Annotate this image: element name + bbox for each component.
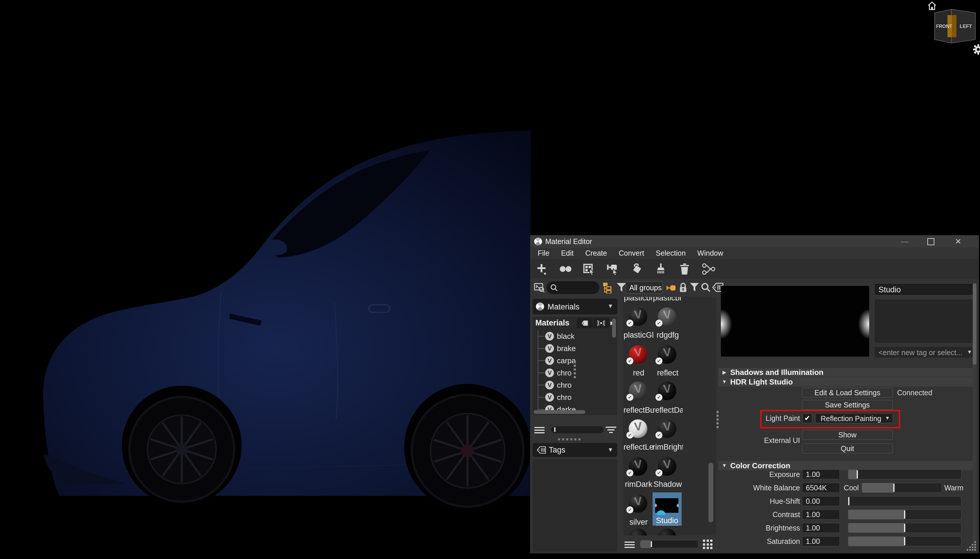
material-thumbnail[interactable]: V✔	[629, 494, 647, 513]
saturation-value[interactable]: 1.00	[802, 536, 840, 546]
grid-view-icon[interactable]	[703, 539, 713, 549]
show-external-ui-button[interactable]: Show	[802, 430, 893, 440]
tree-item[interactable]: Vchro	[534, 391, 613, 404]
materials-scope-select[interactable]: Materials ▼	[532, 299, 617, 314]
white-balance-value[interactable]: 6504K	[802, 483, 840, 493]
select-nodes-button[interactable]	[607, 262, 620, 276]
tree-size-slider[interactable]	[550, 426, 604, 434]
gear-icon[interactable]	[972, 44, 980, 55]
thumbnail-size-slider[interactable]	[640, 540, 698, 548]
list-view-icon[interactable]	[624, 540, 635, 549]
material-thumbnail[interactable]: V✔	[629, 457, 647, 476]
slider-handle[interactable]	[904, 524, 905, 532]
material-thumbnail-selected[interactable]: Studio	[653, 493, 682, 526]
material-thumbnail[interactable]: V✔	[629, 419, 647, 438]
comment-box[interactable]	[874, 299, 976, 343]
material-thumbnail[interactable]: V✔	[629, 345, 647, 364]
material-name-field[interactable]: Studio	[874, 283, 976, 296]
saturation-slider[interactable]	[848, 536, 962, 546]
material-thumbnail[interactable]: V✔	[658, 308, 676, 326]
edit-load-settings-button[interactable]: Edit & Load Settings	[802, 388, 893, 398]
brightness-slider[interactable]	[848, 523, 962, 533]
node-graph-button[interactable]	[702, 262, 715, 276]
scrollbar-handle[interactable]	[973, 283, 977, 365]
section-color-correction[interactable]: ▼ Color Correction	[719, 461, 973, 470]
white-balance-slider[interactable]	[862, 483, 942, 493]
material-thumbnail[interactable]: V✔	[629, 382, 647, 400]
menu-file[interactable]: File	[538, 249, 549, 257]
lock-icon[interactable]	[678, 282, 688, 294]
environment-preview[interactable]	[721, 286, 869, 357]
navigation-cube[interactable]: FRONT LEFT	[934, 9, 976, 44]
list-view-icon[interactable]	[534, 425, 545, 434]
cleanup-button[interactable]	[654, 262, 668, 276]
assign-material-button[interactable]	[582, 262, 596, 276]
panel-splitter-handle[interactable]	[558, 438, 580, 440]
delete-button[interactable]	[678, 262, 691, 276]
tree-horizontal-scrollbar[interactable]	[534, 410, 585, 414]
menu-window[interactable]: Window	[697, 249, 723, 257]
broadcast-icon[interactable]	[593, 318, 610, 328]
fill-material-button[interactable]	[630, 262, 643, 276]
group-filter-select[interactable]: All groups	[626, 281, 663, 293]
slider-handle[interactable]	[848, 497, 849, 505]
panel-splitter[interactable]	[717, 409, 719, 430]
menu-selection[interactable]: Selection	[656, 249, 686, 257]
maximize-button[interactable]	[922, 235, 940, 248]
section-hdr-light-studio[interactable]: ▼ HDR Light Studio	[719, 377, 973, 387]
column-splitter[interactable]	[574, 359, 576, 380]
search-filter-icon[interactable]	[701, 282, 711, 294]
thumbnails-scrollbar[interactable]	[708, 463, 713, 523]
slider-handle[interactable]	[904, 537, 905, 545]
menu-create[interactable]: Create	[585, 249, 607, 257]
tree-item[interactable]: Vbrake	[534, 342, 613, 354]
tree-item[interactable]: Vchro	[534, 379, 613, 391]
create-material-button[interactable]	[535, 262, 548, 276]
tree-item[interactable]: Vblack	[534, 330, 613, 342]
resize-grip[interactable]	[966, 541, 977, 552]
menu-edit[interactable]: Edit	[561, 249, 573, 257]
tree-item[interactable]: Vchro	[534, 367, 613, 379]
link-group-icon[interactable]	[666, 283, 677, 294]
slider-handle[interactable]	[857, 470, 858, 478]
slider-handle[interactable]	[893, 484, 894, 492]
filter-icon[interactable]	[689, 283, 699, 294]
hue-shift-slider[interactable]	[848, 496, 962, 506]
hue-shift-value[interactable]: 0.00	[802, 496, 840, 506]
duplicate-material-button[interactable]	[559, 262, 572, 276]
save-settings-button[interactable]: Save Settings	[802, 400, 893, 410]
materials-tree: Vblack Vbrake Vcarpa Vchro Vchro Vchro V…	[534, 330, 613, 415]
menu-convert[interactable]: Convert	[618, 249, 644, 257]
material-thumbnail[interactable]: V✔	[629, 308, 647, 326]
material-thumbnail[interactable]: V✔	[658, 345, 676, 364]
tag-entry-select[interactable]: <enter new tag or select... ▼	[874, 346, 976, 358]
slider-handle[interactable]	[554, 427, 555, 432]
tree-item[interactable]: Vcarpa	[534, 354, 613, 367]
contrast-slider[interactable]	[848, 509, 962, 519]
sort-icon[interactable]	[605, 425, 617, 435]
section-shadows-illumination[interactable]: ▶ Shadows and Illumination	[719, 368, 973, 377]
material-thumbnail[interactable]: V✔	[658, 457, 676, 476]
tags-select[interactable]: Tags ▼	[532, 443, 617, 457]
details-scrollbar[interactable]	[973, 283, 977, 551]
exposure-slider[interactable]	[848, 470, 962, 479]
contrast-value[interactable]: 1.00	[802, 509, 840, 519]
material-thumbnail[interactable]: V✔	[658, 419, 676, 438]
slider-handle[interactable]	[651, 541, 652, 547]
search-options-icon[interactable]	[534, 282, 545, 294]
tree-vertical-scrollbar[interactable]	[612, 319, 616, 338]
minimize-button[interactable]: —	[896, 235, 914, 248]
slider-handle[interactable]	[904, 510, 905, 519]
window-titlebar[interactable]: Material Editor — ✕	[530, 235, 979, 248]
brightness-value[interactable]: 1.00	[802, 523, 840, 533]
search-icon	[550, 284, 558, 292]
close-button[interactable]: ✕	[949, 235, 967, 248]
exposure-value[interactable]: 1.00	[802, 470, 840, 479]
search-input[interactable]	[546, 281, 599, 294]
group-tree-icon[interactable]	[602, 282, 614, 294]
tag-column-icon[interactable]	[577, 318, 593, 328]
material-thumbnail[interactable]	[658, 528, 676, 536]
material-thumbnail[interactable]: V✔	[658, 382, 676, 400]
quit-button[interactable]: Quit	[802, 443, 893, 453]
material-thumbnail[interactable]	[629, 528, 647, 536]
